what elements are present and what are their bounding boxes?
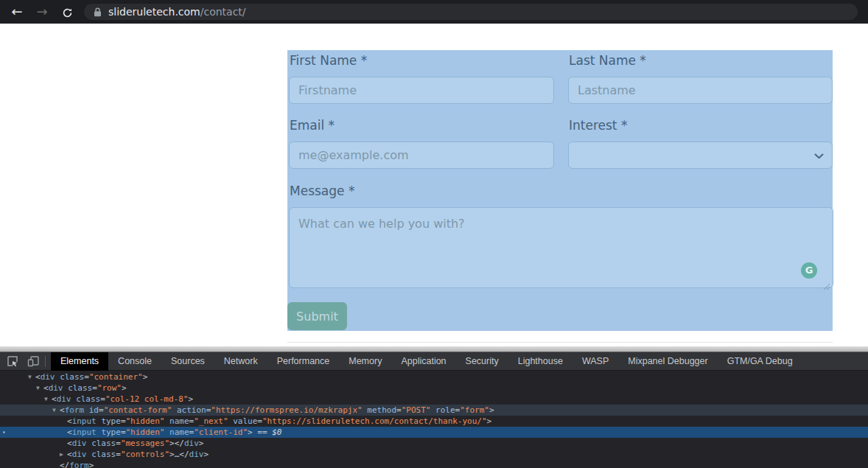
devtools-tab-wasp[interactable]: WASP (573, 352, 618, 371)
url-domain: slideruletech.com (108, 6, 200, 18)
elements-dom-tree: ▼<div class="container">▼<div class="row… (0, 371, 868, 468)
browser-toolbar: ← → slideruletech.com/contact/ (0, 0, 868, 24)
toolbar-separator (45, 356, 46, 367)
devtools-tab-gtm-ga-debug[interactable]: GTM/GA Debug (718, 352, 802, 371)
devtools-tab-network[interactable]: Network (214, 352, 267, 371)
last-name-label: Last Name * (569, 53, 646, 68)
inspect-element-icon[interactable] (4, 355, 21, 368)
section-divider (287, 342, 833, 343)
devtools-tab-performance[interactable]: Performance (267, 352, 340, 371)
address-bar[interactable]: slideruletech.com/contact/ (84, 4, 858, 20)
interest-select[interactable] (568, 142, 833, 169)
dom-tree-row[interactable]: <input type="hidden" name="client-id"> =… (0, 427, 868, 438)
dom-tree-row[interactable]: ▶<div class="controls">…</div> (0, 449, 868, 460)
dom-tree-row[interactable]: <input type="hidden" name="_next" value=… (0, 416, 868, 427)
first-name-input[interactable] (289, 77, 554, 104)
dom-tree-row[interactable]: ▼<div class="container"> (0, 371, 868, 383)
collapsed-arrow-icon[interactable]: ▶ (60, 449, 67, 460)
email-input[interactable] (289, 142, 554, 169)
expanded-arrow-icon[interactable]: ▼ (52, 405, 60, 416)
forward-icon[interactable]: → (29, 0, 55, 24)
dom-tree-row[interactable]: ▼<form id="contact-form" action="https:/… (0, 405, 868, 416)
lock-icon (94, 7, 102, 17)
devtools-tab-mixpanel-debugger[interactable]: Mixpanel Debugger (618, 352, 717, 371)
devtools-panel: ElementsConsoleSourcesNetworkPerformance… (0, 352, 868, 468)
devtools-tabs: ElementsConsoleSourcesNetworkPerformance… (51, 352, 802, 371)
reload-icon[interactable] (55, 0, 80, 24)
devtools-tab-application[interactable]: Application (391, 352, 455, 371)
dom-tree-row[interactable]: ▼<div class="col-12 col-md-8"> (0, 394, 868, 405)
expanded-arrow-icon[interactable]: ▼ (44, 394, 52, 405)
devtools-tab-console[interactable]: Console (108, 352, 161, 371)
device-toolbar-icon[interactable] (25, 355, 41, 368)
dom-tree-row[interactable]: ▼<div class="row"> (0, 383, 868, 394)
submit-button[interactable]: Submit (287, 302, 347, 330)
dom-tree-row[interactable]: <div class="messages"></div> (0, 438, 868, 449)
devtools-tab-elements[interactable]: Elements (51, 352, 108, 371)
chevron-down-icon (814, 148, 824, 162)
contact-form-highlighted: First Name * Last Name * Email * Interes… (287, 50, 833, 331)
textarea-resize-handle[interactable] (823, 279, 830, 287)
first-name-label: First Name * (290, 53, 367, 68)
url-path: /contact/ (200, 6, 246, 18)
back-icon[interactable]: ← (4, 0, 29, 24)
expanded-arrow-icon[interactable]: ▼ (36, 383, 43, 394)
devtools-tab-lighthouse[interactable]: Lighthouse (508, 352, 573, 371)
last-name-input[interactable] (568, 77, 833, 104)
email-label: Email * (290, 118, 335, 133)
dom-tree-row[interactable]: </form> (0, 460, 868, 468)
message-label: Message * (290, 184, 354, 198)
expanded-arrow-icon[interactable]: ▼ (28, 371, 35, 383)
devtools-toolbar: ElementsConsoleSourcesNetworkPerformance… (0, 352, 868, 371)
url-text: slideruletech.com/contact/ (108, 6, 246, 18)
interest-label: Interest * (569, 118, 627, 133)
message-textarea[interactable] (289, 207, 833, 288)
grammarly-icon[interactable]: G (801, 262, 817, 279)
devtools-tab-memory[interactable]: Memory (339, 352, 391, 371)
devtools-tab-security[interactable]: Security (456, 352, 508, 371)
page-content: First Name * Last Name * Email * Interes… (0, 24, 868, 346)
devtools-tab-sources[interactable]: Sources (161, 352, 214, 371)
